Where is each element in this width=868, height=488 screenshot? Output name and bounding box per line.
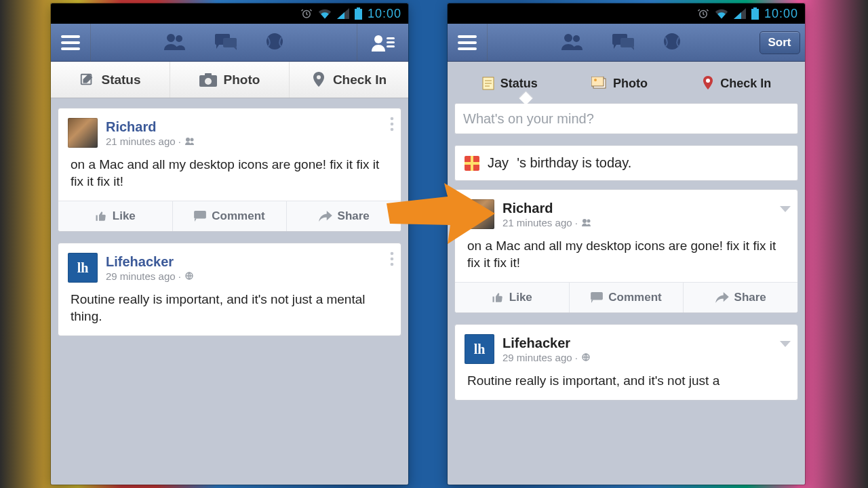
post-card[interactable]: lh Lifehacker 29 minutes ago · Routine r… [454, 324, 798, 401]
svg-point-28 [391, 258, 394, 261]
audience-friends-icon [185, 137, 195, 145]
birthday-card[interactable]: Jay 's birthday is today. [454, 145, 798, 181]
news-feed[interactable]: Richard 21 minutes ago · on a Mac and al… [448, 188, 805, 401]
avatar[interactable]: lh [68, 253, 98, 283]
svg-rect-33 [458, 35, 477, 38]
post-meta: 29 minutes ago · [502, 352, 590, 363]
svg-point-29 [391, 263, 394, 266]
composer-status-button[interactable]: Status [51, 62, 170, 98]
messages-icon[interactable] [215, 33, 237, 53]
post-author[interactable]: Richard [106, 119, 195, 135]
post-author[interactable]: Richard [502, 201, 591, 216]
friend-requests-icon[interactable] [561, 33, 584, 53]
svg-rect-1 [355, 9, 362, 20]
post-author[interactable]: Lifehacker [106, 254, 193, 270]
svg-rect-31 [751, 9, 759, 20]
menu-button[interactable] [448, 24, 487, 62]
svg-rect-9 [223, 38, 237, 47]
phone-screenshot-left: 10:00 [51, 3, 408, 485]
composer-area: Status Photo Check In What's on your min… [448, 62, 805, 141]
tab-photo[interactable]: Photo [589, 73, 650, 95]
svg-rect-48 [591, 292, 603, 300]
post-author[interactable]: Lifehacker [502, 336, 590, 351]
svg-rect-35 [458, 47, 477, 50]
gift-icon [465, 156, 479, 171]
svg-rect-34 [458, 41, 477, 44]
status-input[interactable]: What's on your mind? [454, 103, 798, 134]
svg-point-40 [664, 33, 680, 49]
composer-photo-button[interactable]: Photo [170, 62, 289, 98]
battery-icon [355, 7, 362, 20]
svg-point-21 [190, 138, 193, 142]
status-clock: 10:00 [764, 7, 798, 21]
post-body: Routine really is important, and it's no… [58, 288, 401, 336]
svg-point-27 [391, 252, 394, 256]
notifications-icon[interactable] [663, 32, 682, 54]
post-meta: 21 minutes ago · [502, 217, 591, 228]
post-card[interactable]: Richard 21 minutes ago · on a Mac and al… [58, 108, 401, 232]
post-actions: Like Comment Share [455, 282, 797, 312]
svg-point-18 [205, 78, 212, 85]
post-card[interactable]: lh Lifehacker 29 minutes ago · Routine r… [58, 243, 401, 336]
messages-icon[interactable] [612, 33, 634, 53]
friend-finder-button[interactable] [357, 24, 408, 62]
alarm-icon [697, 7, 709, 20]
android-status-bar: 10:00 [51, 3, 408, 24]
post-card[interactable]: Richard 21 minutes ago · on a Mac and al… [454, 189, 798, 313]
post-meta: 21 minutes ago · [106, 136, 195, 147]
friend-requests-icon[interactable] [163, 33, 186, 53]
composer-photo-label: Photo [224, 73, 260, 87]
svg-rect-39 [620, 38, 634, 47]
post-menu-button[interactable] [390, 251, 394, 269]
post-menu-button[interactable] [780, 203, 791, 216]
comment-button[interactable]: Comment [172, 201, 287, 231]
audience-public-icon [185, 272, 193, 280]
svg-point-20 [186, 138, 190, 142]
svg-point-22 [391, 117, 394, 121]
svg-point-7 [176, 35, 182, 42]
svg-rect-4 [61, 41, 80, 44]
sort-button[interactable]: Sort [760, 31, 800, 54]
alarm-icon [300, 7, 313, 20]
news-feed[interactable]: Richard 21 minutes ago · on a Mac and al… [51, 98, 408, 336]
composer-tabs: Status Photo Check In [454, 70, 798, 97]
share-button[interactable]: Share [683, 283, 797, 312]
tab-status[interactable]: Status [479, 72, 540, 95]
svg-point-47 [587, 220, 590, 223]
avatar[interactable] [68, 118, 98, 148]
svg-rect-12 [387, 37, 395, 39]
svg-point-10 [267, 33, 283, 49]
post-menu-button[interactable] [780, 338, 791, 350]
svg-rect-2 [357, 7, 360, 9]
audience-public-icon [582, 353, 590, 361]
status-clock: 10:00 [368, 7, 401, 21]
svg-rect-5 [61, 47, 80, 50]
post-body: on a Mac and all my desktop icons are go… [58, 153, 401, 201]
composer-checkin-label: Check In [333, 73, 387, 87]
svg-point-23 [391, 123, 394, 126]
svg-point-24 [391, 128, 394, 131]
tab-checkin[interactable]: Check In [698, 72, 774, 95]
post-body: Routine really is important, and it's no… [455, 369, 797, 400]
wifi-icon [318, 8, 332, 19]
svg-point-19 [317, 75, 321, 79]
like-button[interactable]: Like [455, 283, 569, 312]
android-status-bar: 10:00 [448, 3, 805, 24]
birthday-name: Jay [488, 155, 509, 171]
svg-rect-43 [591, 77, 604, 86]
svg-rect-14 [387, 45, 395, 47]
composer-checkin-button[interactable]: Check In [289, 62, 408, 98]
svg-point-44 [594, 79, 597, 81]
menu-button[interactable] [51, 24, 90, 62]
svg-rect-17 [205, 73, 212, 77]
svg-point-11 [374, 35, 382, 43]
avatar[interactable]: lh [465, 334, 494, 364]
like-button[interactable]: Like [58, 201, 172, 231]
svg-rect-32 [753, 7, 757, 9]
comment-button[interactable]: Comment [569, 283, 684, 312]
post-menu-button[interactable] [390, 117, 394, 134]
facebook-top-bar [51, 24, 408, 62]
svg-point-37 [573, 35, 580, 42]
notifications-icon[interactable] [265, 32, 284, 54]
phone-screenshot-right: 10:00 Sort [448, 3, 805, 485]
